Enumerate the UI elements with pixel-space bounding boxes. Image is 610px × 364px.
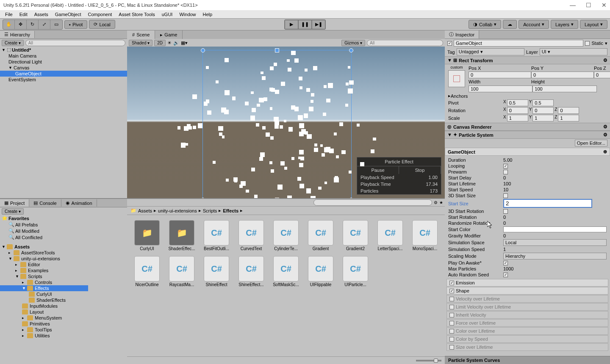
ps-module[interactable]: Color over Lifetime: [446, 327, 608, 335]
tree-folder[interactable]: ▸Utilities: [0, 333, 88, 339]
scene-tab[interactable]: # Scene: [127, 30, 155, 39]
asset-item[interactable]: C#ShineEffect...: [236, 256, 266, 287]
hierarchy-item[interactable]: ▼Canvas: [0, 65, 127, 71]
rect-tool-icon[interactable]: ▭: [50, 20, 62, 29]
ps-module[interactable]: Inherit Velocity: [446, 311, 608, 319]
scene-search[interactable]: [367, 40, 443, 46]
rot-x[interactable]: [507, 107, 528, 114]
resize-handle[interactable]: [201, 198, 205, 198]
resize-handle[interactable]: [275, 48, 279, 52]
asset-item[interactable]: C#MonoSpaci...: [410, 220, 440, 251]
scale-tool-icon[interactable]: ⤢: [39, 20, 50, 29]
asset-item[interactable]: 📁CurlyUI: [132, 220, 162, 251]
move-tool-icon[interactable]: ✥: [15, 20, 27, 29]
static-checkbox[interactable]: [585, 41, 590, 46]
menu-edit[interactable]: Edit: [16, 11, 31, 18]
asset-item[interactable]: C#ShineEffect: [202, 256, 231, 287]
close-icon[interactable]: ✕: [602, 2, 607, 8]
fav-filter-icon[interactable]: ★: [439, 200, 443, 205]
resize-handle[interactable]: [349, 48, 353, 52]
cloud-button[interactable]: ☁: [503, 20, 517, 29]
height-input[interactable]: [532, 85, 596, 92]
resize-handle[interactable]: [275, 198, 279, 198]
asset-item[interactable]: C#UIFlippable: [306, 256, 336, 287]
audio-icon[interactable]: 🔊: [173, 40, 179, 46]
overlay-stop-button[interactable]: Stop: [399, 166, 441, 174]
pause-button[interactable]: ❚❚: [298, 20, 312, 29]
ps-checkbox[interactable]: [503, 193, 508, 198]
ps-dropdown[interactable]: Local: [503, 239, 607, 246]
menu-component[interactable]: Component: [84, 11, 115, 18]
overlay-pause-button[interactable]: Pause: [357, 166, 399, 174]
layout-button[interactable]: Layout ▾: [580, 20, 607, 29]
gizmos-dropdown[interactable]: Gizmos ▾: [341, 40, 365, 46]
2d-toggle[interactable]: 2D: [154, 40, 166, 46]
step-button[interactable]: ▶❚: [312, 20, 325, 29]
hand-tool-icon[interactable]: ✋: [3, 20, 15, 29]
menu-file[interactable]: File: [2, 11, 16, 18]
tree-folder[interactable]: ▼Scripts: [0, 273, 88, 279]
ps-module[interactable]: Velocity over Lifetime: [446, 295, 608, 303]
ps-checkbox[interactable]: ✓: [503, 261, 508, 265]
tree-folder[interactable]: ▸Controls: [0, 279, 88, 285]
hierarchy-item[interactable]: EventSystem: [0, 77, 127, 83]
menu-assetstoretools[interactable]: Asset Store Tools: [115, 11, 158, 18]
hierarchy-tab[interactable]: ☰Hierarchy: [0, 30, 127, 39]
assets-root[interactable]: ▼Assets: [0, 244, 88, 250]
menu-help[interactable]: Help: [200, 11, 216, 18]
tree-folder[interactable]: ▸MenuSystem: [0, 315, 88, 321]
asset-item[interactable]: C#LetterSpaci...: [375, 220, 405, 251]
rot-z[interactable]: [558, 107, 579, 114]
tree-folder[interactable]: ▸ToolTips: [0, 327, 88, 333]
tree-folder-selected[interactable]: ▼Effects: [0, 285, 88, 291]
slider-track[interactable]: [416, 360, 441, 361]
posy-input[interactable]: [531, 72, 594, 78]
tree-folder[interactable]: Primitives: [0, 321, 88, 327]
pivot-toggle[interactable]: ▪Pivot: [64, 20, 87, 29]
tree-folder[interactable]: ▸AssetStoreTools: [0, 250, 88, 256]
ps-module[interactable]: Limit Velocity over Lifetime: [446, 303, 608, 311]
game-tab[interactable]: ▸ Game: [155, 30, 183, 39]
menu-assets[interactable]: Assets: [31, 11, 52, 18]
posx-input[interactable]: [469, 72, 531, 78]
open-editor-button[interactable]: Open Editor...: [575, 140, 607, 146]
asset-item[interactable]: C#NicerOutline: [132, 256, 162, 287]
light-icon[interactable]: ☀: [167, 40, 172, 46]
resize-handle[interactable]: [201, 48, 205, 52]
account-button[interactable]: Account ▾: [518, 20, 549, 29]
layers-button[interactable]: Layers ▾: [551, 20, 578, 29]
ps-main-module[interactable]: GameObject⊕: [445, 148, 610, 156]
asset-item[interactable]: C#BestFitOutli...: [202, 220, 231, 251]
shaded-dropdown[interactable]: Shaded ▾: [129, 40, 152, 46]
ps-dropdown[interactable]: Hierarchy: [503, 253, 607, 259]
collab-button[interactable]: ◑ Collab ▾: [469, 20, 501, 29]
width-input[interactable]: [469, 85, 532, 92]
pivot-y[interactable]: [532, 99, 554, 106]
asset-item[interactable]: 📁ShaderEffec...: [167, 220, 197, 251]
project-tab[interactable]: ▦Project: [0, 199, 29, 207]
canvas-renderer-header[interactable]: ◎ Canvas Renderer⚙: [445, 123, 610, 131]
fav-item[interactable]: 🔍 All Prefabs: [0, 221, 88, 228]
maximize-icon[interactable]: ☐: [586, 2, 591, 8]
ps-checkbox[interactable]: [503, 170, 508, 174]
fav-item[interactable]: 🔍 All Conflicted: [0, 234, 88, 240]
asset-search[interactable]: [313, 199, 432, 206]
animation-tab[interactable]: ◉Animation: [61, 199, 97, 207]
scale-x[interactable]: [507, 115, 528, 121]
asset-item[interactable]: C#RaycastMa...: [167, 256, 197, 287]
minimize-icon[interactable]: —: [570, 2, 576, 8]
ps-module[interactable]: ✓Emission: [446, 279, 608, 287]
tree-folder[interactable]: ▸Editor: [0, 262, 88, 267]
breadcrumb-item[interactable]: unity-ui-extensions: [158, 208, 197, 213]
tree-folder[interactable]: ▸Examples: [0, 267, 88, 273]
rotate-tool-icon[interactable]: ↻: [27, 20, 39, 29]
hierarchy-item-selected[interactable]: GameObject: [0, 71, 127, 77]
asset-item[interactable]: C#CurvedText: [236, 220, 266, 251]
anchors-foldout[interactable]: ▸ Anchors: [448, 93, 607, 99]
asset-item[interactable]: C#CylinderTe...: [271, 220, 301, 251]
project-create[interactable]: Create ▾: [2, 208, 24, 215]
ps-module[interactable]: ✓Shape: [446, 287, 608, 295]
hierarchy-create[interactable]: Create ▾: [2, 40, 24, 46]
tree-folder[interactable]: Layout: [0, 309, 88, 315]
menu-gameobject[interactable]: GameObject: [52, 11, 85, 18]
